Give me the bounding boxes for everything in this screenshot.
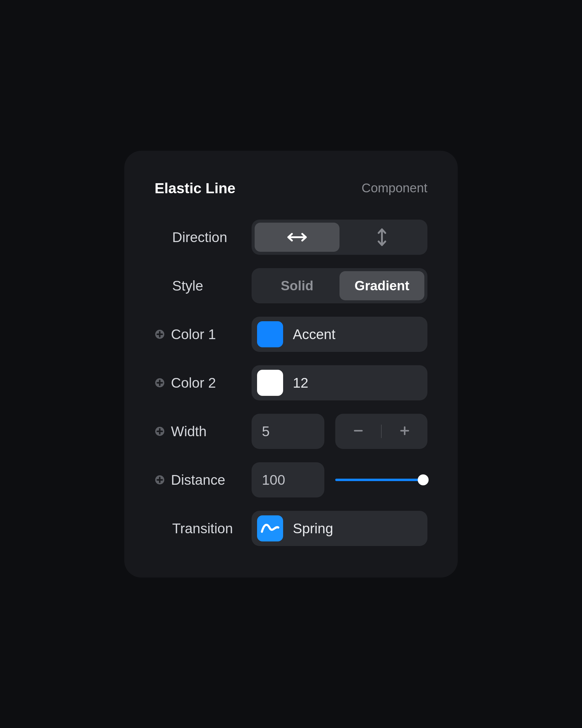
- transition-value: Spring: [293, 520, 333, 537]
- color2-control[interactable]: 12: [252, 365, 427, 400]
- plus-circle-icon[interactable]: [155, 329, 165, 339]
- direction-vertical-button[interactable]: [339, 223, 424, 252]
- color2-swatch: [257, 370, 283, 396]
- label-width: Width: [171, 423, 207, 440]
- row-distance: Distance 100: [155, 462, 427, 497]
- row-style: Style Solid Gradient: [155, 268, 427, 303]
- direction-horizontal-button[interactable]: [255, 223, 339, 252]
- transition-icon-box: [257, 515, 283, 542]
- color1-value: Accent: [293, 326, 336, 342]
- spring-curve-icon: [261, 521, 279, 536]
- width-decrement-button[interactable]: [335, 414, 381, 449]
- color1-control[interactable]: Accent: [252, 317, 427, 352]
- style-gradient-button[interactable]: Gradient: [339, 271, 424, 300]
- panel-title: Elastic Line: [155, 180, 235, 197]
- width-stepper: [335, 414, 427, 449]
- arrows-horizontal-icon: [287, 231, 307, 243]
- width-increment-button[interactable]: [382, 414, 427, 449]
- label-style: Style: [172, 278, 203, 294]
- slider-thumb[interactable]: [418, 474, 428, 485]
- row-color2: Color 2 12: [155, 365, 427, 400]
- plus-circle-icon[interactable]: [155, 378, 165, 388]
- distance-input[interactable]: 100: [252, 462, 324, 497]
- color2-value: 12: [293, 374, 308, 391]
- direction-segmented: [252, 219, 427, 255]
- color1-swatch: [257, 321, 283, 347]
- minus-icon: [352, 425, 364, 438]
- plus-circle-icon[interactable]: [155, 475, 165, 485]
- plus-circle-icon[interactable]: [155, 426, 165, 437]
- arrows-vertical-icon: [376, 228, 388, 246]
- transition-control[interactable]: Spring: [252, 511, 427, 546]
- label-color2: Color 2: [171, 374, 216, 391]
- panel-subtitle: Component: [362, 181, 427, 196]
- label-color1: Color 1: [171, 326, 216, 342]
- slider-track: [335, 479, 427, 481]
- panel-header: Elastic Line Component: [155, 180, 427, 197]
- label-direction: Direction: [172, 229, 227, 245]
- plus-icon: [398, 425, 411, 438]
- properties-panel: Elastic Line Component Direction: [124, 151, 458, 577]
- width-input[interactable]: 5: [252, 414, 324, 449]
- row-transition: Transition Spring: [155, 511, 427, 546]
- style-solid-button[interactable]: Solid: [255, 271, 339, 300]
- row-color1: Color 1 Accent: [155, 317, 427, 352]
- row-direction: Direction: [155, 219, 427, 255]
- label-transition: Transition: [172, 520, 233, 537]
- style-segmented: Solid Gradient: [252, 268, 427, 303]
- row-width: Width 5: [155, 414, 427, 449]
- distance-slider[interactable]: [335, 478, 427, 482]
- label-distance: Distance: [171, 472, 225, 488]
